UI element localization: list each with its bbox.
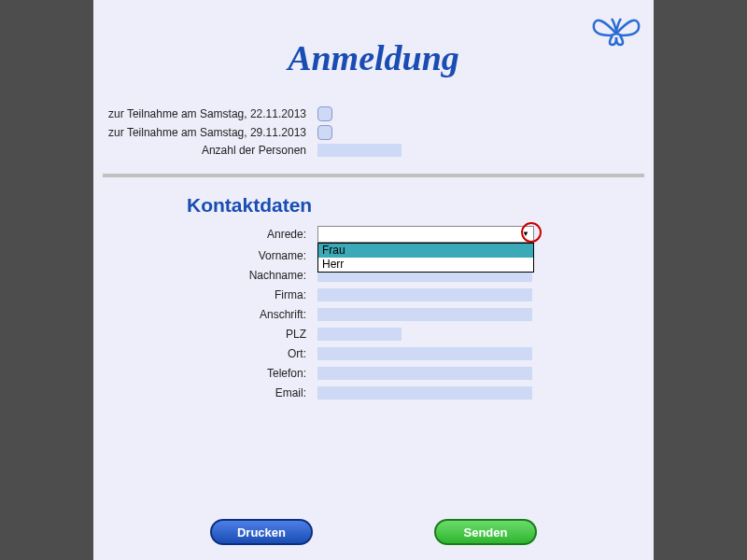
label-persons: Anzahl der Personen xyxy=(93,144,317,157)
page-title: Anmeldung xyxy=(93,37,654,78)
option-frau[interactable]: Frau xyxy=(318,244,533,258)
button-bar: Drucken Senden xyxy=(93,519,654,545)
checkbox-saturday1[interactable] xyxy=(317,106,332,121)
label-vorname: Vorname: xyxy=(93,249,317,262)
send-button[interactable]: Senden xyxy=(434,519,537,545)
persons-field[interactable] xyxy=(317,144,402,157)
label-ort: Ort: xyxy=(93,347,317,360)
telefon-field[interactable] xyxy=(317,367,532,380)
label-firma: Firma: xyxy=(93,288,317,301)
chevron-down-icon: ▼ xyxy=(522,230,529,238)
email-field[interactable] xyxy=(317,386,532,399)
label-saturday1: zur Teilnahme am Samstag, 22.11.2013 xyxy=(93,107,317,120)
divider xyxy=(103,174,644,177)
label-nachname: Nachname: xyxy=(93,269,317,282)
plz-field[interactable] xyxy=(317,328,402,341)
label-email: Email: xyxy=(93,386,317,399)
label-anschrift: Anschrift: xyxy=(93,308,317,321)
checkbox-saturday2[interactable] xyxy=(317,125,332,140)
label-plz: PLZ xyxy=(93,328,317,341)
anrede-dropdown[interactable]: Frau Herr xyxy=(317,243,534,273)
anrede-combobox[interactable]: ▼ xyxy=(317,226,534,243)
participation-section: zur Teilnahme am Samstag, 22.11.2013 zur… xyxy=(93,106,654,157)
label-saturday2: zur Teilnahme am Samstag, 29.11.2013 xyxy=(93,126,317,139)
butterfly-logo-icon xyxy=(588,6,644,56)
label-anrede: Anrede: xyxy=(93,228,317,241)
anschrift-field[interactable] xyxy=(317,308,532,321)
label-telefon: Telefon: xyxy=(93,367,317,380)
registration-form: Anmeldung zur Teilnahme am Samstag, 22.1… xyxy=(93,0,654,560)
section-title: Kontaktdaten xyxy=(187,194,654,217)
print-button[interactable]: Drucken xyxy=(210,519,313,545)
contact-form: Anrede: ▼ Frau Herr Vorname: Nachname: F… xyxy=(93,226,654,399)
ort-field[interactable] xyxy=(317,347,532,360)
option-herr[interactable]: Herr xyxy=(318,258,533,272)
firma-field[interactable] xyxy=(317,288,532,301)
